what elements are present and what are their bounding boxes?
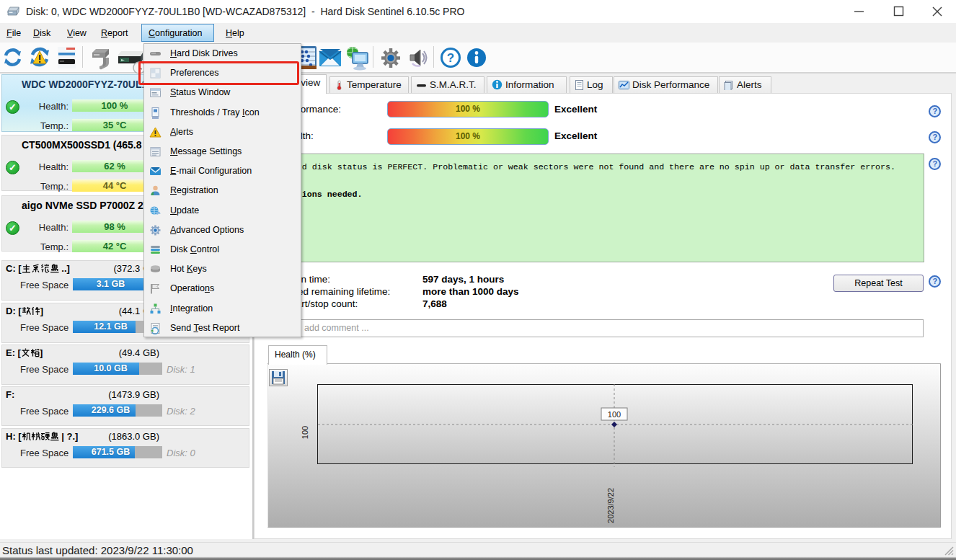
svg-text:100: 100 xyxy=(301,426,309,439)
svg-text:2023/9/22: 2023/9/22 xyxy=(606,488,615,523)
svg-text:100: 100 xyxy=(608,410,621,419)
